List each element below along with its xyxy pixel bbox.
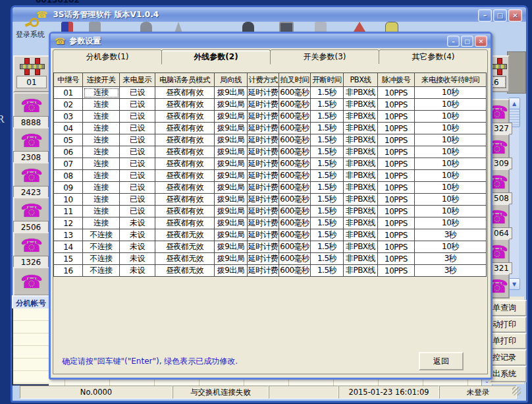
close-button[interactable]: ✕	[508, 9, 522, 22]
table-cell[interactable]: 已设	[120, 146, 155, 158]
table-cell[interactable]: 拨9出局	[215, 265, 248, 277]
table-cell[interactable]: 已设	[120, 158, 155, 170]
side-button[interactable]: 出系统	[490, 366, 527, 382]
table-cell[interactable]: 1.5秒	[311, 146, 344, 158]
table-cell[interactable]: 拨9出局	[215, 87, 248, 99]
table-cell[interactable]: 拨9出局	[215, 229, 248, 241]
main-titlebar[interactable]: ☎ 3S话务管理软件 版本V1.0.4 – □ ✕	[13, 7, 526, 22]
table-cell[interactable]: 600毫秒	[279, 146, 311, 158]
table-cell[interactable]: 10秒	[415, 99, 487, 111]
robot-icon[interactable]	[385, 22, 398, 32]
table-cell[interactable]: 14	[54, 241, 83, 253]
side-button[interactable]: 单打印	[490, 333, 527, 349]
table-cell[interactable]: 1.5秒	[311, 206, 344, 217]
table-cell[interactable]: 600毫秒	[279, 206, 311, 217]
table-cell[interactable]: 连接	[83, 146, 120, 158]
table-cell[interactable]: 3秒	[415, 265, 487, 277]
table-cell[interactable]: 09	[54, 182, 83, 194]
table-cell[interactable]: 10PPS	[378, 217, 415, 229]
table-cell[interactable]: 拨9出局	[215, 99, 248, 111]
table-cell[interactable]: 16	[54, 265, 83, 277]
table-cell[interactable]: 不连接	[83, 265, 120, 277]
table-cell[interactable]: 延时计费	[248, 158, 279, 170]
table-cell[interactable]: 非PBX线	[344, 99, 378, 111]
table-cell[interactable]: 昼夜都有效	[155, 206, 215, 217]
table-cell[interactable]: 04	[54, 123, 83, 134]
table-cell[interactable]: 1.5秒	[311, 265, 344, 277]
table-cell[interactable]: 非PBX线	[344, 217, 378, 229]
tab-item[interactable]: 分机参数(1)	[53, 49, 162, 65]
table-cell[interactable]: 昼夜都有效	[155, 111, 215, 123]
table-cell[interactable]: 拨9出局	[215, 206, 248, 217]
scroll-up-icon[interactable]: ▲	[508, 98, 520, 109]
table-cell[interactable]: 昼夜都有效	[155, 87, 215, 99]
table-cell[interactable]: 1.5秒	[311, 194, 344, 206]
table-cell[interactable]: 10PPS	[378, 253, 415, 265]
table-cell[interactable]: 02	[54, 99, 83, 111]
table-cell[interactable]: 连接	[83, 170, 120, 182]
table-cell[interactable]: 1.5秒	[311, 253, 344, 265]
table-cell[interactable]: 非PBX线	[344, 194, 378, 206]
table-cell[interactable]: 600毫秒	[279, 253, 311, 265]
table-cell[interactable]: 拨9出局	[215, 111, 248, 123]
side-button[interactable]: 控记录	[490, 349, 527, 366]
table-cell[interactable]: 3秒	[415, 253, 487, 265]
back-button[interactable]: 返回	[419, 352, 464, 370]
table-cell[interactable]: 10PPS	[378, 87, 415, 99]
table-cell[interactable]: 昼夜都无效	[155, 229, 215, 241]
login-system-button[interactable]: 登录系统	[13, 16, 47, 49]
table-cell[interactable]: 非PBX线	[344, 146, 378, 158]
table-cell[interactable]: 已设	[120, 123, 155, 134]
table-cell[interactable]: 10PPS	[378, 170, 415, 182]
table-cell[interactable]: 非PBX线	[344, 87, 378, 99]
table-cell[interactable]: 已设	[120, 134, 155, 146]
table-cell[interactable]: 延时计费	[248, 194, 279, 206]
table-cell[interactable]: 延时计费	[248, 253, 279, 265]
table-cell[interactable]: 延时计费	[248, 87, 279, 99]
table-cell[interactable]: 昼夜都有效	[155, 123, 215, 134]
table-cell[interactable]: 不连接	[83, 241, 120, 253]
table-cell[interactable]: 08	[54, 170, 83, 182]
table-cell[interactable]: 10秒	[415, 134, 487, 146]
table-cell[interactable]: 已设	[120, 111, 155, 123]
table-cell[interactable]: 拨9出局	[215, 182, 248, 194]
table-cell[interactable]: 连接	[83, 123, 120, 134]
table-cell[interactable]: 10秒	[415, 170, 487, 182]
table-cell[interactable]: 10PPS	[378, 123, 415, 134]
dialog-maximize-button[interactable]: □	[461, 36, 473, 47]
table-cell[interactable]: 延时计费	[248, 265, 279, 277]
table-cell[interactable]: 06	[54, 146, 83, 158]
table-cell[interactable]: 连接	[83, 111, 120, 123]
table-cell[interactable]: 连接	[83, 206, 120, 217]
table-cell[interactable]: 1.5秒	[311, 123, 344, 134]
table-cell[interactable]: 未设	[120, 241, 155, 253]
table-cell[interactable]: 拨9出局	[215, 217, 248, 229]
table-cell[interactable]: 600毫秒	[279, 134, 311, 146]
table-cell[interactable]: 非PBX线	[344, 170, 378, 182]
table-cell[interactable]: 拨9出局	[215, 194, 248, 206]
table-cell[interactable]: 600毫秒	[279, 241, 311, 253]
table-cell[interactable]: 10秒	[415, 194, 487, 206]
table-cell[interactable]: 昼夜都有效	[155, 158, 215, 170]
side-button[interactable]: 动打印	[490, 316, 527, 333]
table-cell[interactable]: 未设	[120, 217, 155, 229]
table-cell[interactable]: 昼夜都无效	[155, 253, 215, 265]
tab-item[interactable]: 开关参数(3)	[270, 49, 379, 65]
tab-item[interactable]: 其它参数(4)	[379, 49, 488, 65]
scroll-down-icon[interactable]: ▼	[508, 278, 520, 290]
table-cell[interactable]: 10秒	[415, 217, 487, 229]
dialog-close-button[interactable]: ✕	[475, 36, 487, 47]
table-cell[interactable]: 1.5秒	[311, 229, 344, 241]
table-cell[interactable]: 10秒	[415, 241, 487, 253]
table-cell[interactable]: 非PBX线	[344, 134, 378, 146]
minimize-button[interactable]: –	[478, 9, 492, 22]
table-cell[interactable]: 已设	[120, 182, 155, 194]
table-cell[interactable]: 15	[54, 253, 83, 265]
table-cell[interactable]: 已设	[120, 206, 155, 217]
table-cell[interactable]: 不连接	[83, 253, 120, 265]
extension-item[interactable]: ☎	[13, 162, 50, 188]
table-cell[interactable]: 已设	[120, 170, 155, 182]
table-cell[interactable]: 拨9出局	[215, 134, 248, 146]
table-cell[interactable]: 10PPS	[378, 182, 415, 194]
table-cell[interactable]: 11	[54, 206, 83, 217]
